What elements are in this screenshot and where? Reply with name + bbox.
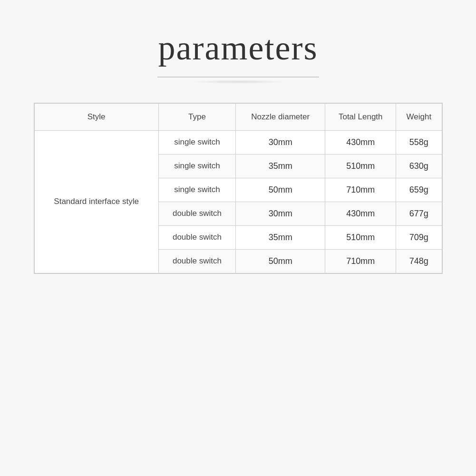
total-length-cell: 430mm	[325, 130, 396, 154]
total-length-cell: 510mm	[325, 154, 396, 178]
header-total-length: Total Length	[325, 103, 396, 130]
weight-cell: 630g	[396, 154, 442, 178]
page-container: parameters Style Type Nozzle diameter To…	[0, 0, 476, 476]
nozzle-diameter-cell: 50mm	[236, 249, 325, 273]
header-nozzle-diameter: Nozzle diameter	[236, 103, 325, 130]
type-cell: double switch	[158, 202, 235, 225]
title-section: parameters	[157, 29, 319, 84]
total-length-cell: 510mm	[325, 225, 396, 249]
type-cell: single switch	[158, 130, 235, 154]
type-cell: single switch	[158, 154, 235, 178]
total-length-cell: 710mm	[325, 178, 396, 202]
table-header-row: Style Type Nozzle diameter Total Length …	[34, 103, 442, 130]
nozzle-diameter-cell: 35mm	[236, 225, 325, 249]
nozzle-diameter-cell: 30mm	[236, 202, 325, 225]
type-cell: single switch	[158, 178, 235, 202]
weight-cell: 709g	[396, 225, 442, 249]
divider-line-top	[157, 77, 319, 78]
title-divider	[157, 77, 319, 84]
header-type: Type	[158, 103, 235, 130]
weight-cell: 677g	[396, 202, 442, 225]
nozzle-diameter-cell: 35mm	[236, 154, 325, 178]
header-style: Style	[34, 103, 158, 130]
table-row: Standard interface stylesingle switch30m…	[34, 130, 442, 154]
parameters-table-container: Style Type Nozzle diameter Total Length …	[34, 103, 443, 274]
weight-cell: 659g	[396, 178, 442, 202]
style-cell: Standard interface style	[34, 130, 158, 273]
page-title: parameters	[158, 29, 318, 68]
type-cell: double switch	[158, 225, 235, 249]
type-cell: double switch	[158, 249, 235, 273]
weight-cell: 558g	[396, 130, 442, 154]
weight-cell: 748g	[396, 249, 442, 273]
total-length-cell: 430mm	[325, 202, 396, 225]
nozzle-diameter-cell: 50mm	[236, 178, 325, 202]
parameters-table: Style Type Nozzle diameter Total Length …	[34, 103, 442, 273]
header-weight: Weight	[396, 103, 442, 130]
divider-shadow	[191, 80, 286, 84]
nozzle-diameter-cell: 30mm	[236, 130, 325, 154]
total-length-cell: 710mm	[325, 249, 396, 273]
